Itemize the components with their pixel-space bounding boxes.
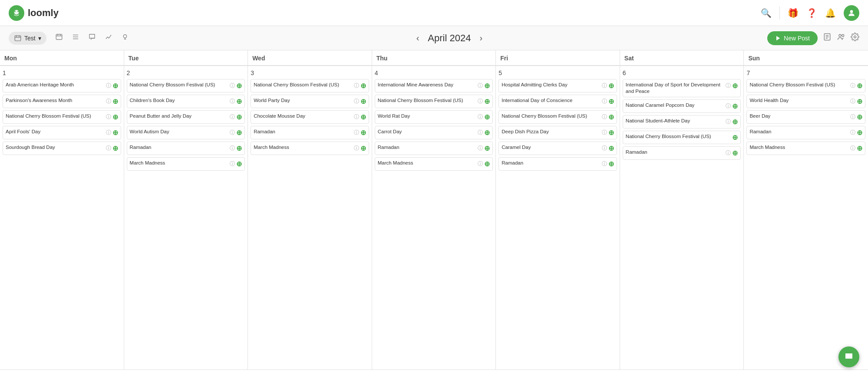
info-icon[interactable]: ⓘ (230, 129, 235, 136)
info-icon[interactable]: ⓘ (602, 129, 607, 136)
add-event-icon[interactable]: ⊕ (484, 82, 490, 90)
add-event-icon[interactable]: ⊕ (608, 82, 614, 90)
info-icon[interactable]: ⓘ (850, 113, 855, 121)
info-icon[interactable]: ⓘ (106, 113, 111, 121)
info-icon[interactable]: ⓘ (478, 145, 483, 152)
info-icon[interactable]: ⓘ (602, 160, 607, 168)
add-event-icon[interactable]: ⊕ (360, 144, 366, 152)
team-button[interactable] (837, 33, 845, 43)
gift-button[interactable]: 🎁 (788, 8, 799, 18)
list-item[interactable]: National Cherry Blossom Festival (US)⊕ (623, 131, 741, 144)
analytics-view-button[interactable] (102, 31, 115, 45)
add-event-icon[interactable]: ⊕ (732, 102, 738, 110)
avatar-button[interactable] (844, 5, 859, 21)
list-item[interactable]: National Cherry Blossom Festival (US)ⓘ⊕ (746, 79, 865, 92)
add-event-icon[interactable]: ⊕ (732, 133, 738, 142)
chat-view-button[interactable] (86, 31, 99, 45)
new-post-button[interactable]: New Post (767, 31, 818, 45)
info-icon[interactable]: ⓘ (602, 113, 607, 121)
next-month-button[interactable]: › (479, 33, 482, 43)
info-icon[interactable]: ⓘ (602, 98, 607, 105)
list-item[interactable]: World Health Dayⓘ⊕ (746, 95, 865, 108)
list-item[interactable]: March Madnessⓘ⊕ (746, 142, 865, 155)
info-icon[interactable]: ⓘ (106, 98, 111, 105)
list-item[interactable]: Ramadanⓘ⊕ (251, 126, 369, 139)
add-event-icon[interactable]: ⊕ (857, 129, 862, 137)
info-icon[interactable]: ⓘ (850, 98, 855, 105)
info-icon[interactable]: ⓘ (230, 98, 235, 105)
search-button[interactable]: 🔍 (761, 8, 772, 18)
info-icon[interactable]: ⓘ (602, 82, 607, 89)
add-event-icon[interactable]: ⊕ (112, 82, 118, 90)
chat-fab-button[interactable] (838, 346, 859, 367)
add-event-icon[interactable]: ⊕ (236, 129, 242, 137)
list-item[interactable]: National Cherry Blossom Festival (US)ⓘ⊕ (375, 95, 493, 108)
ideas-view-button[interactable] (119, 31, 132, 45)
calendar-view-button[interactable] (53, 31, 66, 45)
add-event-icon[interactable]: ⊕ (236, 113, 242, 121)
list-item[interactable]: Peanut Butter and Jelly Dayⓘ⊕ (127, 110, 245, 124)
list-item[interactable]: National Caramel Popcorn Dayⓘ⊕ (623, 99, 741, 113)
list-item[interactable]: Children's Book Dayⓘ⊕ (127, 95, 245, 108)
list-item[interactable]: Ramadanⓘ⊕ (127, 142, 245, 155)
list-item[interactable]: March Madnessⓘ⊕ (375, 157, 493, 171)
info-icon[interactable]: ⓘ (726, 118, 731, 125)
info-icon[interactable]: ⓘ (478, 98, 483, 105)
add-event-icon[interactable]: ⊕ (732, 82, 738, 90)
info-icon[interactable]: ⓘ (230, 145, 235, 152)
add-event-icon[interactable]: ⊕ (484, 144, 490, 152)
info-icon[interactable]: ⓘ (850, 145, 855, 152)
help-button[interactable]: ❓ (806, 8, 817, 18)
info-icon[interactable]: ⓘ (354, 98, 359, 105)
settings-button[interactable] (851, 33, 859, 43)
add-event-icon[interactable]: ⊕ (608, 129, 614, 137)
add-event-icon[interactable]: ⊕ (608, 160, 614, 168)
info-icon[interactable]: ⓘ (106, 82, 111, 89)
add-event-icon[interactable]: ⊕ (484, 97, 490, 106)
info-icon[interactable]: ⓘ (726, 149, 731, 157)
add-event-icon[interactable]: ⊕ (608, 144, 614, 152)
list-item[interactable]: Ramadanⓘ⊕ (498, 157, 617, 171)
list-item[interactable]: Parkinson's Awareness Monthⓘ⊕ (3, 95, 121, 108)
list-item[interactable]: National Student-Athlete Dayⓘ⊕ (623, 115, 741, 129)
add-event-icon[interactable]: ⊕ (857, 97, 862, 106)
list-item[interactable]: International Day of Sport for Developme… (623, 79, 741, 97)
list-item[interactable]: Arab American Heritage Monthⓘ⊕ (3, 79, 121, 92)
add-event-icon[interactable]: ⊕ (608, 113, 614, 121)
info-icon[interactable]: ⓘ (230, 113, 235, 121)
list-item[interactable]: National Cherry Blossom Festival (US)ⓘ⊕ (498, 110, 617, 124)
add-event-icon[interactable]: ⊕ (236, 160, 242, 168)
list-item[interactable]: World Party Dayⓘ⊕ (251, 95, 369, 108)
list-item[interactable]: April Fools' Dayⓘ⊕ (3, 126, 121, 139)
add-event-icon[interactable]: ⊕ (236, 97, 242, 106)
add-event-icon[interactable]: ⊕ (484, 129, 490, 137)
list-view-button[interactable] (69, 31, 82, 45)
add-event-icon[interactable]: ⊕ (857, 82, 862, 90)
notification-button[interactable]: 🔔 (825, 8, 836, 18)
info-icon[interactable]: ⓘ (354, 145, 359, 152)
add-event-icon[interactable]: ⊕ (732, 149, 738, 157)
info-icon[interactable]: ⓘ (850, 129, 855, 136)
add-event-icon[interactable]: ⊕ (732, 118, 738, 126)
info-icon[interactable]: ⓘ (354, 129, 359, 136)
list-item[interactable]: Deep Dish Pizza Dayⓘ⊕ (498, 126, 617, 139)
list-item[interactable]: Ramadanⓘ⊕ (746, 126, 865, 139)
list-item[interactable]: Ramadanⓘ⊕ (623, 146, 741, 160)
add-event-icon[interactable]: ⊕ (608, 97, 614, 106)
notes-button[interactable] (823, 33, 832, 43)
add-event-icon[interactable]: ⊕ (360, 82, 366, 90)
info-icon[interactable]: ⓘ (478, 113, 483, 121)
list-item[interactable]: World Rat Dayⓘ⊕ (375, 110, 493, 124)
list-item[interactable]: International Day of Conscienceⓘ⊕ (498, 95, 617, 108)
list-item[interactable]: March Madnessⓘ⊕ (251, 142, 369, 155)
list-item[interactable]: National Cherry Blossom Festival (US)ⓘ⊕ (127, 79, 245, 92)
info-icon[interactable]: ⓘ (230, 82, 235, 89)
add-event-icon[interactable]: ⊕ (857, 113, 862, 121)
info-icon[interactable]: ⓘ (230, 160, 235, 168)
list-item[interactable]: Caramel Dayⓘ⊕ (498, 142, 617, 155)
add-event-icon[interactable]: ⊕ (360, 97, 366, 106)
info-icon[interactable]: ⓘ (478, 160, 483, 168)
info-icon[interactable]: ⓘ (478, 129, 483, 136)
info-icon[interactable]: ⓘ (850, 82, 855, 89)
info-icon[interactable]: ⓘ (726, 102, 731, 110)
